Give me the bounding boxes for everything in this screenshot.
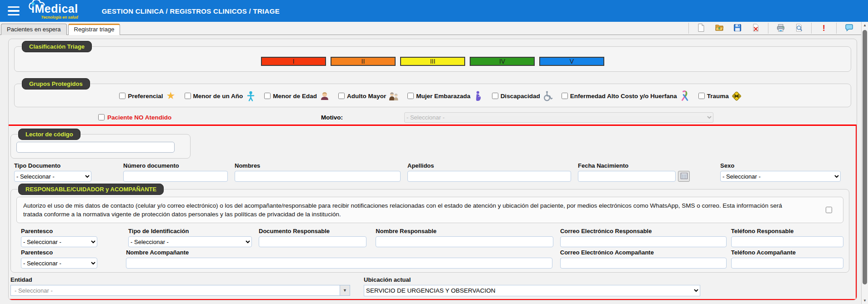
triage-levels: I II III IV V <box>15 47 851 66</box>
field-correo-responsable: Correo Electrónico Responsable <box>560 228 727 247</box>
ubicacion-actual-select[interactable]: SERVICIO DE URGENCIAS Y OBSERVACION <box>364 285 700 296</box>
group-label: Menor de Edad <box>273 93 317 100</box>
trauma-checkbox[interactable] <box>698 93 705 99</box>
trauma-sign-icon <box>731 90 742 101</box>
chevron-down-icon: ▼ <box>343 288 347 293</box>
toolbar-separator <box>836 23 837 34</box>
app-logo: iMedical Tecnología en salud <box>31 2 78 20</box>
print-preview-button[interactable] <box>790 22 808 34</box>
scroll-down-icon[interactable]: ▼ <box>862 297 868 304</box>
triage-level-4[interactable]: IV <box>470 57 535 66</box>
scroll-up-icon[interactable]: ▲ <box>862 22 868 29</box>
field-tipo-identificacion: Tipo de Identificación - Seleccionar - <box>128 228 252 247</box>
motivo-select[interactable]: - Seleccionar - <box>404 112 713 123</box>
nombre-responsable-label: Nombre Responsable <box>376 228 553 234</box>
preferencial-checkbox[interactable] <box>119 93 125 99</box>
parentesco-acompanante-select[interactable]: - Seleccionar - <box>21 258 97 269</box>
triage-level-2[interactable]: II <box>331 57 396 66</box>
correo-acompanante-input[interactable] <box>560 258 727 269</box>
responsible-fields-row: Parentesco - Seleccionar - Tipo de Ident… <box>16 228 843 247</box>
barcode-reader-legend: Lector de código <box>18 129 80 140</box>
telefono-acompanante-input[interactable] <box>731 258 843 269</box>
group-label: Adulto Mayor <box>347 93 386 100</box>
delete-document-button[interactable] <box>747 22 765 34</box>
open-folder-button[interactable] <box>710 22 728 34</box>
group-item-trauma: Trauma <box>698 90 742 101</box>
wheelchair-icon <box>542 90 553 101</box>
tab-pacientes-en-espera[interactable]: Pacientes en espera <box>1 24 67 35</box>
field-nombre-acompanante: Nombre Acompañante <box>126 249 552 269</box>
vertical-scrollbar[interactable]: ▲ ▼ <box>861 22 868 304</box>
field-correo-acompanante: Correo Electrónico Acompañante <box>560 249 727 269</box>
numero-documento-input[interactable] <box>123 171 228 182</box>
group-item-preferencial: Preferencial ★ <box>119 90 176 101</box>
apellidos-label: Apellidos <box>407 162 571 169</box>
paciente-no-atendido-label: Paciente NO Atendido <box>107 114 230 121</box>
nombres-input[interactable] <box>235 171 401 182</box>
documento-responsable-label: Documento Responsable <box>259 228 366 234</box>
enfermedad-alto-costo-checkbox[interactable] <box>562 93 568 99</box>
documento-responsable-input[interactable] <box>259 236 366 247</box>
group-item-menor-un-ano: Menor de un Año <box>185 90 256 101</box>
field-apellidos: Apellidos <box>407 162 571 182</box>
parentesco-label: Parentesco <box>21 249 97 256</box>
adulto-mayor-checkbox[interactable] <box>338 93 345 99</box>
telefono-responsable-input[interactable] <box>731 236 843 247</box>
barcode-input[interactable] <box>16 142 175 153</box>
protected-groups-row: Preferencial ★ Menor de un Año Menor de … <box>15 84 851 101</box>
scrollbar-thumb[interactable] <box>863 30 867 284</box>
group-item-enfermedad-alto-costo: Enfermedad Alto Costo y/o Huerfana <box>562 90 690 101</box>
correo-responsable-input[interactable] <box>560 236 727 247</box>
correo-acompanante-label: Correo Electrónico Acompañante <box>560 249 727 256</box>
parentesco-responsable-select[interactable]: - Seleccionar - <box>21 236 97 247</box>
tab-registrar-triage[interactable]: Registrar triage <box>68 24 120 35</box>
sexo-select[interactable]: - Seleccionar - <box>720 171 841 182</box>
calendar-button[interactable] <box>678 171 690 182</box>
fecha-nacimiento-input[interactable] <box>578 171 676 182</box>
toolbar-separator <box>768 23 768 34</box>
field-nombres: Nombres <box>235 162 401 182</box>
field-telefono-acompanante: Teléfono Acompañante <box>731 249 843 269</box>
patient-fields-row: Tipo Documento - Seleccionar - Número do… <box>10 162 849 182</box>
save-button[interactable] <box>728 22 747 34</box>
print-button[interactable] <box>772 22 790 34</box>
new-document-icon <box>697 23 706 34</box>
paciente-no-atendido-checkbox[interactable] <box>98 114 105 120</box>
field-sexo: Sexo - Seleccionar - <box>720 162 841 182</box>
menor-un-ano-checkbox[interactable] <box>185 93 191 99</box>
field-entidad: Entidad - Seleccionar - ▼ <box>10 276 350 296</box>
telefono-acompanante-label: Teléfono Acompañante <box>731 249 843 256</box>
new-document-button[interactable] <box>692 22 710 34</box>
sexo-label: Sexo <box>720 162 841 169</box>
group-item-mujer-embarazada: Mujer Embarazada <box>407 90 483 101</box>
companion-fields-row: Parentesco - Seleccionar - Nombre Acompa… <box>16 249 843 269</box>
hamburger-menu-icon[interactable] <box>8 6 20 15</box>
field-parentesco-responsable: Parentesco - Seleccionar - <box>21 228 97 247</box>
group-item-menor-de-edad: Menor de Edad <box>264 90 330 101</box>
tab-bar: Pacientes en espera Registrar triage ! <box>0 22 868 35</box>
triage-level-1[interactable]: I <box>261 57 326 66</box>
print-preview-icon <box>794 23 803 34</box>
alert-button[interactable]: ! <box>815 22 833 34</box>
field-numero-documento: Número documento <box>123 162 228 182</box>
entidad-dropdown-button[interactable]: ▼ <box>340 285 350 295</box>
triage-classification-section: Clasificación Triage I II III IV V <box>14 46 851 72</box>
discapacidad-checkbox[interactable] <box>492 93 498 99</box>
entidad-combobox[interactable]: - Seleccionar - ▼ <box>10 285 350 296</box>
mujer-embarazada-checkbox[interactable] <box>407 93 414 99</box>
tipo-documento-select[interactable]: - Seleccionar - <box>14 171 91 182</box>
tipo-identificacion-select[interactable]: - Seleccionar - <box>128 236 252 247</box>
elderly-couple-icon <box>388 90 399 101</box>
nombre-responsable-input[interactable] <box>376 236 553 247</box>
comments-button[interactable] <box>840 22 858 34</box>
nombre-acompanante-label: Nombre Acompañante <box>126 249 552 256</box>
alert-icon: ! <box>823 23 825 33</box>
triage-level-5[interactable]: V <box>539 57 604 66</box>
apellidos-input[interactable] <box>407 171 571 182</box>
nombre-acompanante-input[interactable] <box>126 258 552 269</box>
infant-icon <box>245 90 256 101</box>
menor-de-edad-checkbox[interactable] <box>264 93 271 99</box>
triage-level-3[interactable]: III <box>400 57 465 66</box>
authorization-checkbox[interactable] <box>826 207 832 213</box>
field-documento-responsable: Documento Responsable <box>259 228 366 247</box>
